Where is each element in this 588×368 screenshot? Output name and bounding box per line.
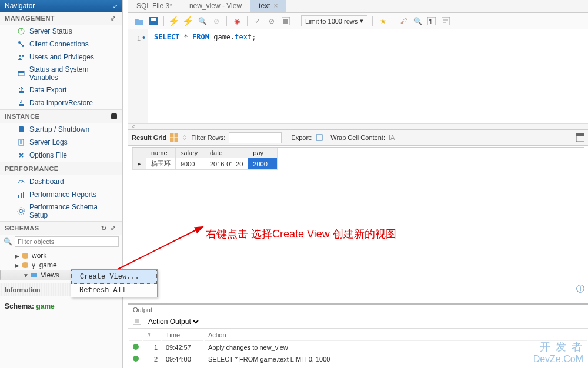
- status-icon: [16, 69, 26, 78]
- commit-icon[interactable]: ◉: [232, 16, 242, 26]
- output-column: [129, 330, 142, 341]
- sql-editor[interactable]: 1 • SELECT * FROM game.text;: [128, 29, 588, 123]
- svg-line-4: [19, 42, 23, 46]
- execute-icon[interactable]: ⚡: [169, 16, 179, 26]
- export-icon[interactable]: [315, 133, 323, 142]
- schema-info: Schema: game: [0, 296, 122, 316]
- filter-icon[interactable]: ♢: [182, 134, 188, 142]
- startup-icon: [16, 125, 26, 134]
- performance-header: PERFORMANCE: [0, 162, 122, 175]
- output-title: Output: [128, 305, 588, 315]
- execute-cursor-icon[interactable]: ⚡: [183, 16, 193, 26]
- context-menu-item[interactable]: Refresh All: [71, 284, 157, 297]
- row-marker: ▸: [133, 158, 146, 170]
- explain-icon[interactable]: 🔍: [197, 16, 208, 26]
- autocommit-icon[interactable]: ✓: [252, 16, 263, 26]
- rollback-icon[interactable]: ⊘: [266, 16, 277, 26]
- cell[interactable]: 杨玉环: [146, 158, 176, 170]
- svg-rect-25: [151, 18, 156, 21]
- svg-rect-27: [283, 19, 288, 24]
- panel-toggle-icon[interactable]: [576, 133, 584, 142]
- output-column: Time: [162, 330, 203, 341]
- limit-select[interactable]: Limit to 1000 rows ▾: [301, 15, 368, 26]
- db-icon: [21, 261, 29, 269]
- nav-item[interactable]: Dashboard: [0, 175, 122, 188]
- nav-item[interactable]: Status and System Variables: [0, 63, 122, 83]
- cell[interactable]: 2016-01-20: [205, 158, 248, 170]
- output-row[interactable]: 109:42:57Apply changes to new_view: [129, 342, 587, 353]
- stop-icon[interactable]: ⊘: [211, 16, 222, 26]
- status-ok-icon: [133, 356, 139, 362]
- output-selector[interactable]: Action Output: [146, 317, 201, 326]
- tree-arrow-icon[interactable]: ▶: [14, 262, 20, 269]
- editor-tab[interactable]: new_view - View: [181, 0, 250, 12]
- tree-arrow-icon[interactable]: ▶: [14, 253, 20, 259]
- folder-icon: [30, 271, 38, 279]
- toggle-icon[interactable]: [280, 16, 291, 26]
- filter-rows-input[interactable]: [229, 132, 282, 143]
- tab-label: new_view - View: [189, 2, 242, 10]
- output-column: Action: [205, 330, 587, 341]
- cell[interactable]: 9000: [176, 158, 205, 170]
- collapse-icon[interactable]: ⤢: [113, 3, 118, 9]
- svg-rect-22: [31, 273, 37, 277]
- dropdown-icon: ▾: [360, 17, 363, 25]
- filter-input[interactable]: [15, 236, 119, 247]
- close-icon[interactable]: ×: [273, 2, 278, 10]
- wrap-cell-icon[interactable]: IA: [389, 134, 395, 141]
- nav-item[interactable]: Performance Reports: [0, 188, 122, 201]
- instance-header: INSTANCE: [0, 110, 122, 123]
- open-icon[interactable]: [134, 16, 145, 26]
- nav-item[interactable]: Data Export: [0, 83, 122, 96]
- filter-rows-label: Filter Rows:: [191, 134, 225, 141]
- dashboard-icon: [16, 177, 26, 186]
- output-row[interactable]: 209:44:00SELECT * FROM game.text LIMIT 0…: [129, 354, 587, 364]
- logs-icon: [16, 138, 26, 147]
- context-menu-item[interactable]: Create View...: [71, 270, 157, 284]
- svg-rect-15: [18, 195, 19, 198]
- output-column: #: [143, 330, 161, 341]
- wrap-icon[interactable]: [440, 16, 451, 26]
- table-row[interactable]: ▸杨玉环90002016-01-202000: [133, 158, 278, 170]
- cell[interactable]: 2000: [248, 158, 278, 170]
- nav-item-label: Status and System Variables: [29, 65, 118, 82]
- output-list-icon[interactable]: [133, 317, 142, 326]
- column-header[interactable]: salary: [176, 148, 205, 158]
- expand-icon[interactable]: ⤢: [111, 225, 118, 232]
- info-icon[interactable]: ⓘ: [576, 284, 584, 295]
- nav-item[interactable]: Startup / Shutdown: [0, 123, 122, 136]
- power-icon: [16, 26, 26, 36]
- nav-item[interactable]: Server Logs: [0, 136, 122, 149]
- beautify-icon[interactable]: 🖌: [398, 16, 409, 26]
- expand-icon[interactable]: ⤢: [111, 15, 118, 22]
- svg-rect-17: [23, 192, 24, 198]
- nav-item[interactable]: Data Import/Restore: [0, 96, 122, 109]
- column-header[interactable]: date: [205, 148, 248, 158]
- grid-view-icon[interactable]: [170, 133, 178, 142]
- refresh-icon[interactable]: ↻: [101, 225, 108, 232]
- nav-item[interactable]: Users and Privileges: [0, 51, 122, 63]
- nav-item[interactable]: Server Status: [0, 25, 122, 38]
- tree-arrow-icon[interactable]: ▼: [23, 272, 29, 279]
- nav-item-label: Startup / Shutdown: [29, 125, 89, 133]
- tree-row[interactable]: ▶y_game: [0, 260, 122, 270]
- tree-row[interactable]: ▶work: [0, 251, 122, 260]
- wrap-cell-label: Wrap Cell Content:: [330, 134, 385, 141]
- nav-item[interactable]: Options File: [0, 149, 122, 162]
- column-header[interactable]: name: [146, 148, 176, 158]
- db-icon: [21, 252, 29, 260]
- find-icon[interactable]: 🔍: [412, 16, 423, 26]
- svg-rect-34: [576, 133, 584, 136]
- save-icon[interactable]: [148, 16, 159, 26]
- export-label: Export:: [291, 134, 312, 141]
- column-header[interactable]: pay: [248, 148, 278, 158]
- editor-code[interactable]: SELECT * FROM game.text;: [148, 29, 262, 123]
- editor-tab[interactable]: text×: [250, 0, 286, 12]
- editor-tab[interactable]: SQL File 3*: [128, 0, 181, 12]
- tab-label: SQL File 3*: [136, 2, 172, 10]
- nav-item[interactable]: Performance Schema Setup: [0, 201, 122, 221]
- favorites-icon[interactable]: ★: [377, 16, 388, 26]
- invisible-icon[interactable]: ¶: [426, 16, 437, 26]
- result-grid[interactable]: namesalarydatepay▸杨玉环90002016-01-202000: [132, 147, 584, 170]
- nav-item[interactable]: Client Connections: [0, 38, 122, 51]
